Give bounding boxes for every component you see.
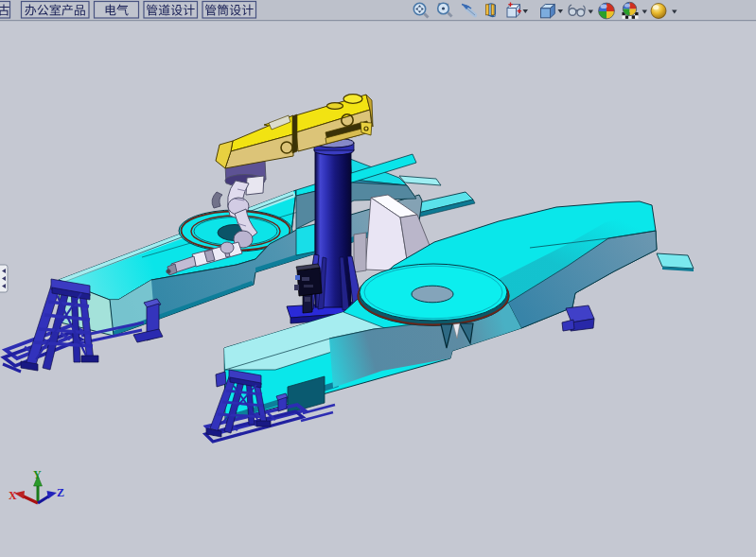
svg-text:X: X <box>9 489 17 502</box>
svg-text:Z: Z <box>57 486 64 499</box>
svg-text:Y: Y <box>33 468 42 481</box>
